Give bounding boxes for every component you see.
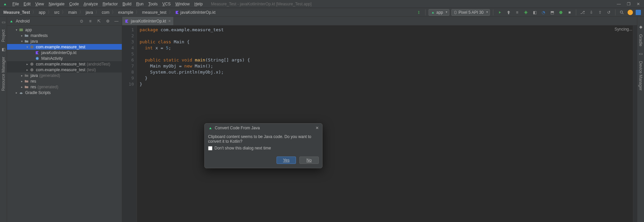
chevron-right-icon: 〉 [135, 9, 141, 15]
right-tab-device-manager[interactable]: Device Manager [638, 61, 643, 90]
expand-arrow-icon[interactable]: ▸ [20, 80, 24, 83]
tree-label: res [31, 85, 36, 89]
device-manager-tool-icon[interactable]: ▭ [637, 50, 644, 57]
breadcrumb-item[interactable]: com [101, 10, 110, 15]
menu-item-edit[interactable]: Edit [21, 2, 33, 6]
tree-row[interactable]: ▸manifests [7, 33, 122, 38]
tree-row[interactable]: ▸java(generated) [7, 73, 122, 78]
right-tab-gradle[interactable]: Gradle [638, 34, 643, 46]
ide-settings-icon[interactable] [635, 9, 641, 15]
svg-text:C: C [37, 57, 38, 59]
tree-row[interactable]: ▾com.example.measure_test [7, 44, 122, 50]
git-push-icon[interactable]: ⇧ [597, 9, 603, 16]
git-branch-icon[interactable]: ⎇ [579, 9, 586, 16]
hide-icon[interactable]: — [113, 18, 120, 25]
expand-all-icon[interactable]: ≡ [87, 18, 94, 25]
git-pull-icon[interactable]: ⇩ [588, 9, 595, 16]
breadcrumb-item[interactable]: example [117, 10, 134, 15]
sync-project-icon[interactable] [415, 9, 422, 16]
no-button[interactable]: No [299, 157, 319, 164]
breadcrumb-item[interactable]: main [67, 10, 78, 15]
expand-arrow-icon[interactable]: ▾ [14, 28, 18, 32]
breadcrumb-item[interactable]: java [85, 10, 94, 15]
settings-icon[interactable]: ⚙ [104, 18, 111, 25]
expand-arrow-icon[interactable]: ▸ [20, 34, 24, 37]
tree-row[interactable]: CMainActivity [7, 55, 122, 61]
menu-item-analyze[interactable]: Analyze [81, 2, 100, 6]
tree-row[interactable]: ▸com.example.measure_test(test) [7, 67, 122, 73]
menu-item-code[interactable]: Code [67, 2, 81, 6]
expand-arrow-icon[interactable]: ▸ [25, 68, 29, 72]
expand-arrow-icon[interactable]: ▸ [14, 91, 18, 94]
chevron-right-icon: 〉 [168, 9, 174, 15]
module-icon [18, 27, 24, 33]
project-tool-window: Android ⊙ ≡ ⇱ ⚙ — ▾app▸manifests▾java▾co… [7, 17, 122, 222]
breadcrumb-item[interactable]: measure_test [141, 10, 167, 15]
resource-manager-tool-icon[interactable]: ◧ [0, 46, 7, 53]
android-icon [9, 19, 14, 24]
breadcrumb-item[interactable]: app [38, 10, 46, 15]
dont-show-checkbox-input[interactable] [208, 146, 212, 150]
close-icon[interactable]: ✕ [637, 2, 640, 6]
menu-item-file[interactable]: File [10, 2, 21, 6]
menu-item-run[interactable]: Run [134, 2, 146, 6]
git-history-icon[interactable]: ↺ [605, 9, 612, 16]
tree-row[interactable]: ▸res(generated) [7, 84, 122, 90]
left-tab-project[interactable]: Project [1, 30, 6, 42]
menu-item-navigate[interactable]: Navigate [46, 2, 67, 6]
menu-item-help[interactable]: Help [192, 2, 205, 6]
stop-icon[interactable]: ■ [566, 9, 573, 16]
coverage-icon[interactable]: ◧ [531, 9, 538, 16]
menu-item-view[interactable]: View [33, 2, 46, 6]
search-everywhere-icon[interactable] [618, 9, 625, 16]
menu-item-build[interactable]: Build [120, 2, 134, 6]
project-view-mode[interactable]: Android [16, 19, 30, 24]
tree-row[interactable]: ▸res [7, 78, 122, 84]
dialog-close-icon[interactable]: ✕ [315, 126, 319, 130]
project-tool-icon[interactable]: ▭ [0, 19, 7, 26]
expand-arrow-icon[interactable]: ▸ [25, 62, 29, 66]
tree-row[interactable]: ▾app [7, 27, 122, 33]
app-inspection-icon[interactable]: ⬒ [549, 9, 555, 16]
maximize-icon[interactable]: ❐ [627, 2, 631, 6]
expand-arrow-icon[interactable]: ▾ [25, 45, 29, 49]
expand-arrow-icon[interactable]: ▸ [20, 85, 24, 89]
breadcrumb-item[interactable]: javaKotlinInterOp.kt [175, 10, 216, 15]
collapse-all-icon[interactable]: ⇱ [96, 18, 102, 25]
menu-item-vcs[interactable]: VCS [160, 2, 173, 6]
editor-body[interactable]: 12345678910 package com.example.measure_… [122, 26, 637, 222]
breadcrumb-item[interactable]: src [53, 10, 60, 15]
run-icon[interactable] [496, 9, 503, 16]
tree-row[interactable]: ▸Gradle Scripts [7, 90, 122, 95]
run-config-dropdown[interactable]: app [429, 9, 449, 16]
menu-item-refactor[interactable]: Refactor [100, 2, 120, 6]
dont-show-checkbox[interactable]: Don't show this dialog next time [208, 146, 319, 150]
avd-manager-icon[interactable]: ⬣ [557, 9, 564, 16]
editor-tab[interactable]: javaKotlinInterOp.kt ✕ [122, 17, 174, 25]
menu-item-tools[interactable]: Tools [146, 2, 160, 6]
yes-button[interactable]: Yes [277, 157, 296, 164]
expand-arrow-icon[interactable]: ▾ [20, 40, 24, 43]
menu-item-window[interactable]: Window [173, 2, 192, 6]
debug-icon[interactable] [523, 9, 529, 16]
folder-res-icon [24, 79, 29, 84]
profiler-icon[interactable]: ◔ [540, 9, 547, 16]
minimize-icon[interactable]: — [617, 2, 621, 6]
svg-rect-0 [455, 11, 456, 13]
device-dropdown[interactable]: Pixel 5 API 30 [451, 9, 490, 16]
svg-point-8 [30, 68, 33, 71]
apply-changes-icon[interactable] [505, 9, 512, 16]
project-view-header: Android ⊙ ≡ ⇱ ⚙ — [7, 17, 122, 26]
select-opened-file-icon[interactable]: ⊙ [78, 18, 85, 25]
profile-avatar-icon[interactable] [627, 9, 633, 15]
project-tree[interactable]: ▾app▸manifests▾java▾com.example.measure_… [7, 26, 122, 222]
gradle-tool-icon[interactable]: ◆ [637, 24, 644, 30]
apply-code-changes-icon[interactable]: ≡ [514, 9, 521, 16]
tree-row[interactable]: ▸com.example.measure_test(androidTest) [7, 61, 122, 67]
tree-row[interactable]: javaKotlinInterOp.kt [7, 50, 122, 55]
expand-arrow-icon[interactable]: ▸ [20, 74, 24, 77]
left-tab-resource-manager[interactable]: Resource Manager [1, 57, 6, 91]
tree-row[interactable]: ▾java [7, 38, 122, 44]
tab-close-icon[interactable]: ✕ [168, 19, 171, 23]
breadcrumb-item[interactable]: Measure_Test [3, 10, 31, 15]
